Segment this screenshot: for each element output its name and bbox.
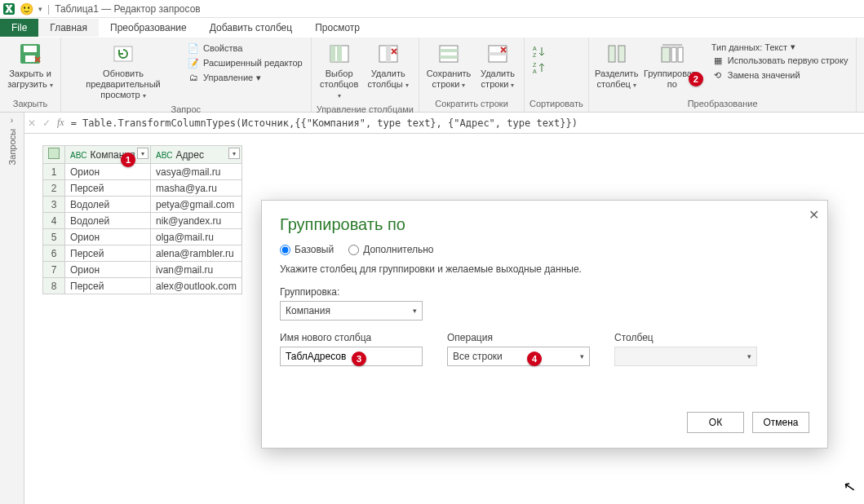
properties-button[interactable]: 📄Свойства xyxy=(184,41,306,55)
cell-address[interactable]: petya@gmail.com xyxy=(151,197,242,213)
remove-columns-button[interactable]: Удалить столбцы ▾ xyxy=(366,39,411,91)
cell-address[interactable]: nik@yandex.ru xyxy=(151,213,242,229)
operation-label: Операция xyxy=(447,332,590,343)
first-row-headers-button[interactable]: ▦Использовать первую строку xyxy=(708,53,852,68)
cell-company[interactable]: Водолей xyxy=(65,213,151,229)
radio-basic[interactable]: Базовый xyxy=(280,244,334,255)
row-number: 5 xyxy=(43,229,65,245)
table-icon xyxy=(48,148,60,159)
row-number: 4 xyxy=(43,213,65,229)
cell-company[interactable]: Персей xyxy=(65,245,151,262)
table-row[interactable]: 5 Орион olga@mail.ru xyxy=(43,229,242,245)
tab-file[interactable]: File xyxy=(0,19,38,37)
formula-cancel-icon[interactable]: ✕ xyxy=(28,117,36,129)
row-number: 6 xyxy=(43,245,65,262)
formula-input[interactable] xyxy=(71,117,859,129)
cell-address[interactable]: olga@mail.ru xyxy=(151,229,242,245)
svg-rect-6 xyxy=(337,46,342,62)
svg-rect-19 xyxy=(618,46,625,62)
refresh-preview-button[interactable]: Обновить предварительный просмотр ▾ xyxy=(66,39,180,103)
manage-icon: 🗂 xyxy=(187,71,200,84)
svg-rect-8 xyxy=(386,46,391,62)
table-row[interactable]: 4 Водолей nik@yandex.ru xyxy=(43,213,242,229)
cell-company[interactable]: Орион xyxy=(65,262,151,278)
split-column-button[interactable]: Разделить столбец ▾ xyxy=(594,39,640,91)
face-icon: 🙂 xyxy=(20,2,33,15)
column-filter-icon[interactable]: ▾ xyxy=(137,148,148,159)
cell-company[interactable]: Орион xyxy=(65,229,151,245)
datatype-button[interactable]: Тип данных: Текст ▾ xyxy=(708,41,852,53)
svg-rect-9 xyxy=(440,46,458,62)
remove-rows-icon xyxy=(485,41,511,67)
row-number: 7 xyxy=(43,262,65,278)
table-row[interactable]: 2 Персей masha@ya.ru xyxy=(43,180,242,197)
svg-rect-18 xyxy=(609,46,615,62)
replace-values-button[interactable]: ⟲Замена значений xyxy=(708,68,852,82)
tab-addcolumn[interactable]: Добавить столбец xyxy=(198,19,304,37)
group-by-button[interactable]: Группировать по 2 xyxy=(643,39,702,91)
properties-icon: 📄 xyxy=(187,42,200,55)
radio-advanced[interactable]: Дополнительно xyxy=(348,244,433,255)
cell-company[interactable]: Орион xyxy=(65,164,151,180)
cell-company[interactable]: Водолей xyxy=(65,197,151,213)
group-by-dialog: ✕ Группировать по Базовый Дополнительно … xyxy=(261,200,828,449)
cell-address[interactable]: alex@outlook.com xyxy=(151,278,242,294)
svg-rect-11 xyxy=(440,55,458,59)
ok-button[interactable]: ОК xyxy=(687,412,744,433)
close-and-load-button[interactable]: Закрыть и загрузить ▾ xyxy=(5,39,55,91)
manage-button[interactable]: 🗂Управление ▾ xyxy=(184,70,306,85)
text-type-icon: АBC xyxy=(70,151,87,160)
title-bar: 🙂 ▾ | Таблица1 — Редактор запросов xyxy=(0,0,864,18)
sort-desc-button[interactable]: ZA xyxy=(529,60,549,75)
tab-view[interactable]: Просмотр xyxy=(304,19,371,37)
queries-side-panel[interactable]: › Запросы xyxy=(0,113,24,504)
keep-rows-icon xyxy=(436,41,462,67)
sort-desc-icon: ZA xyxy=(533,61,546,74)
svg-rect-2 xyxy=(25,55,35,62)
text-type-icon: АBC xyxy=(156,151,173,160)
tab-home[interactable]: Главная xyxy=(38,19,99,37)
sort-asc-icon: AZ xyxy=(533,45,546,58)
operation-select[interactable]: Все строки▾ xyxy=(447,347,590,366)
sort-asc-button[interactable]: AZ xyxy=(529,44,549,59)
qat-dropdown[interactable]: ▾ xyxy=(38,5,42,13)
keep-rows-button[interactable]: Сохранить строки ▾ xyxy=(424,39,473,91)
cell-address[interactable]: vasya@mail.ru xyxy=(151,164,242,180)
cell-address[interactable]: masha@ya.ru xyxy=(151,180,242,197)
cell-company[interactable]: Персей xyxy=(65,278,151,294)
col-header-company[interactable]: АBCКомпания ▾ 1 xyxy=(65,146,151,164)
refresh-line1: Обновить предварительный xyxy=(68,69,179,90)
svg-rect-21 xyxy=(671,47,676,62)
table-row[interactable]: 3 Водолей petya@gmail.com xyxy=(43,197,242,213)
row-number: 2 xyxy=(43,180,65,197)
cancel-button[interactable]: Отмена xyxy=(752,412,809,433)
col-header-address[interactable]: АBCАдрес ▾ xyxy=(151,146,242,164)
formula-confirm-icon[interactable]: ✓ xyxy=(42,117,51,129)
cell-address[interactable]: ivan@mail.ru xyxy=(151,262,242,278)
cell-address[interactable]: alena@rambler.ru xyxy=(151,245,242,262)
column-label: Столбец xyxy=(614,332,757,343)
ribbon-tabs: File Главная Преобразование Добавить сто… xyxy=(0,18,864,38)
remove-rows-button[interactable]: Удалить строки ▾ xyxy=(476,39,519,91)
window-title: Таблица1 — Редактор запросов xyxy=(55,3,201,15)
choose-columns-button[interactable]: Выбор столбцов ▾ xyxy=(317,39,362,103)
column-filter-icon[interactable]: ▾ xyxy=(228,148,240,159)
table-row[interactable]: 6 Персей alena@rambler.ru xyxy=(43,245,242,262)
title-sep: | xyxy=(47,3,50,15)
group-column-select[interactable]: Компания▾ xyxy=(280,301,423,321)
replace-icon: ⟲ xyxy=(711,69,724,82)
cell-company[interactable]: Персей xyxy=(65,180,151,197)
dialog-close-icon[interactable]: ✕ xyxy=(809,207,819,223)
table-row[interactable]: 7 Орион ivan@mail.ru xyxy=(43,262,242,278)
svg-text:A: A xyxy=(533,69,537,74)
fx-icon[interactable]: fx xyxy=(57,117,64,129)
group-sort-label: Сортировать xyxy=(529,97,583,112)
group-by-icon xyxy=(659,41,685,67)
tab-transform[interactable]: Преобразование xyxy=(99,19,198,37)
table-row[interactable]: 8 Персей alex@outlook.com xyxy=(43,278,242,294)
table-row[interactable]: 1 Орион vasya@mail.ru xyxy=(43,164,242,180)
excel-icon xyxy=(3,3,15,15)
group-transform-label: Преобразование xyxy=(594,97,852,112)
advanced-editor-button[interactable]: 📝Расширенный редактор xyxy=(184,55,306,70)
table-corner[interactable] xyxy=(43,146,65,164)
